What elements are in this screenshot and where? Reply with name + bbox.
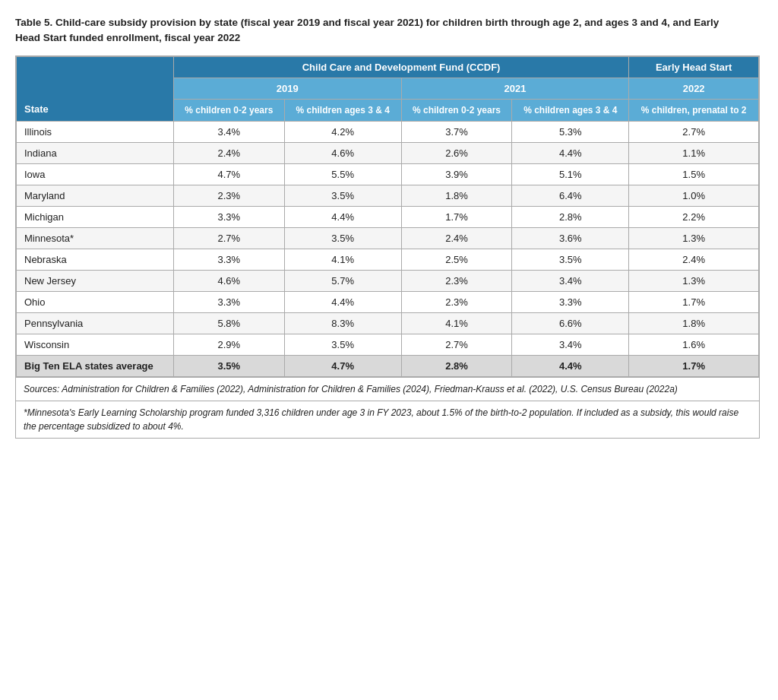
ehs-group-header: Early Head Start xyxy=(629,56,759,78)
avg-col4: 4.4% xyxy=(512,356,629,377)
table-title: Table 5. Child-care subsidy provision by… xyxy=(15,15,745,46)
table-wrapper: State Child Care and Development Fund (C… xyxy=(15,55,760,379)
col1-cell: 2.9% xyxy=(173,334,284,356)
table-row: Wisconsin 2.9% 3.5% 2.7% 3.4% 1.6% xyxy=(17,334,759,356)
col2-header: % children ages 3 & 4 xyxy=(284,99,401,122)
avg-col5: 1.7% xyxy=(629,356,759,377)
average-row: Big Ten ELA states average 3.5% 4.7% 2.8… xyxy=(17,356,759,377)
col4-cell: 6.4% xyxy=(512,185,629,207)
col3-cell: 2.7% xyxy=(401,334,512,356)
state-cell: Pennsylvania xyxy=(17,313,174,334)
col3-cell: 3.7% xyxy=(401,122,512,143)
col5-cell: 1.1% xyxy=(629,143,759,164)
table-row: Pennsylvania 5.8% 8.3% 4.1% 6.6% 1.8% xyxy=(17,313,759,334)
col3-cell: 2.3% xyxy=(401,271,512,292)
col4-cell: 3.3% xyxy=(512,292,629,313)
state-cell: Minnesota* xyxy=(17,228,174,249)
table-row: Nebraska 3.3% 4.1% 2.5% 3.5% 2.4% xyxy=(17,249,759,271)
col1-cell: 5.8% xyxy=(173,313,284,334)
avg-col1: 3.5% xyxy=(173,356,284,377)
avg-col2: 4.7% xyxy=(284,356,401,377)
col1-cell: 3.3% xyxy=(173,292,284,313)
col1-cell: 2.7% xyxy=(173,228,284,249)
col2-cell: 4.4% xyxy=(284,207,401,228)
col1-header: % children 0-2 years xyxy=(173,99,284,122)
col3-cell: 1.7% xyxy=(401,207,512,228)
col2-cell: 4.2% xyxy=(284,122,401,143)
state-cell: Michigan xyxy=(17,207,174,228)
col4-cell: 6.6% xyxy=(512,313,629,334)
table-row: Indiana 2.4% 4.6% 2.6% 4.4% 1.1% xyxy=(17,143,759,164)
col2-cell: 4.6% xyxy=(284,143,401,164)
year-2019-header: 2019 xyxy=(173,78,401,99)
year-2021-header: 2021 xyxy=(401,78,629,99)
state-cell: Ohio xyxy=(17,292,174,313)
col4-cell: 5.1% xyxy=(512,164,629,185)
table-row: Michigan 3.3% 4.4% 1.7% 2.8% 2.2% xyxy=(17,207,759,228)
avg-col3: 2.8% xyxy=(401,356,512,377)
col5-header: % children, prenatal to 2 xyxy=(629,99,759,122)
state-cell: Maryland xyxy=(17,185,174,207)
avg-label: Big Ten ELA states average xyxy=(17,356,174,377)
col5-cell: 1.6% xyxy=(629,334,759,356)
col5-cell: 2.7% xyxy=(629,122,759,143)
col4-cell: 3.5% xyxy=(512,249,629,271)
col5-cell: 2.4% xyxy=(629,249,759,271)
col3-cell: 2.5% xyxy=(401,249,512,271)
col1-cell: 2.3% xyxy=(173,185,284,207)
col4-cell: 2.8% xyxy=(512,207,629,228)
table-row: Ohio 3.3% 4.4% 2.3% 3.3% 1.7% xyxy=(17,292,759,313)
col3-cell: 2.6% xyxy=(401,143,512,164)
state-cell: Wisconsin xyxy=(17,334,174,356)
col5-cell: 1.3% xyxy=(629,228,759,249)
table-row: New Jersey 4.6% 5.7% 2.3% 3.4% 1.3% xyxy=(17,271,759,292)
state-column-header: State xyxy=(17,56,174,122)
col3-header: % children 0-2 years xyxy=(401,99,512,122)
col3-cell: 1.8% xyxy=(401,185,512,207)
col3-cell: 2.4% xyxy=(401,228,512,249)
table-row: Iowa 4.7% 5.5% 3.9% 5.1% 1.5% xyxy=(17,164,759,185)
state-cell: Illinois xyxy=(17,122,174,143)
col2-cell: 4.1% xyxy=(284,249,401,271)
table-row: Illinois 3.4% 4.2% 3.7% 5.3% 2.7% xyxy=(17,122,759,143)
state-cell: Nebraska xyxy=(17,249,174,271)
col2-cell: 3.5% xyxy=(284,334,401,356)
col5-cell: 1.3% xyxy=(629,271,759,292)
col3-cell: 2.3% xyxy=(401,292,512,313)
state-cell: Indiana xyxy=(17,143,174,164)
col1-cell: 4.6% xyxy=(173,271,284,292)
col5-cell: 1.7% xyxy=(629,292,759,313)
col4-cell: 5.3% xyxy=(512,122,629,143)
year-2022-header: 2022 xyxy=(629,78,759,99)
state-cell: Iowa xyxy=(17,164,174,185)
col2-cell: 5.7% xyxy=(284,271,401,292)
col1-cell: 4.7% xyxy=(173,164,284,185)
col2-cell: 4.4% xyxy=(284,292,401,313)
col4-cell: 3.4% xyxy=(512,334,629,356)
table-row: Maryland 2.3% 3.5% 1.8% 6.4% 1.0% xyxy=(17,185,759,207)
ccdf-group-header: Child Care and Development Fund (CCDF) xyxy=(173,56,628,78)
col5-cell: 1.0% xyxy=(629,185,759,207)
col1-cell: 3.3% xyxy=(173,207,284,228)
col5-cell: 2.2% xyxy=(629,207,759,228)
col4-cell: 3.4% xyxy=(512,271,629,292)
col4-cell: 3.6% xyxy=(512,228,629,249)
col1-cell: 3.4% xyxy=(173,122,284,143)
footnote2: *Minnesota's Early Learning Scholarship … xyxy=(15,401,760,439)
col2-cell: 8.3% xyxy=(284,313,401,334)
col5-cell: 1.8% xyxy=(629,313,759,334)
col5-cell: 1.5% xyxy=(629,164,759,185)
col2-cell: 3.5% xyxy=(284,228,401,249)
col1-cell: 2.4% xyxy=(173,143,284,164)
col3-cell: 4.1% xyxy=(401,313,512,334)
col1-cell: 3.3% xyxy=(173,249,284,271)
col4-header: % children ages 3 & 4 xyxy=(512,99,629,122)
state-cell: New Jersey xyxy=(17,271,174,292)
col2-cell: 5.5% xyxy=(284,164,401,185)
col4-cell: 4.4% xyxy=(512,143,629,164)
main-table: State Child Care and Development Fund (C… xyxy=(16,56,759,378)
col2-cell: 3.5% xyxy=(284,185,401,207)
footnote1: Sources: Administration for Children & F… xyxy=(15,378,760,401)
col3-cell: 3.9% xyxy=(401,164,512,185)
table-row: Minnesota* 2.7% 3.5% 2.4% 3.6% 1.3% xyxy=(17,228,759,249)
